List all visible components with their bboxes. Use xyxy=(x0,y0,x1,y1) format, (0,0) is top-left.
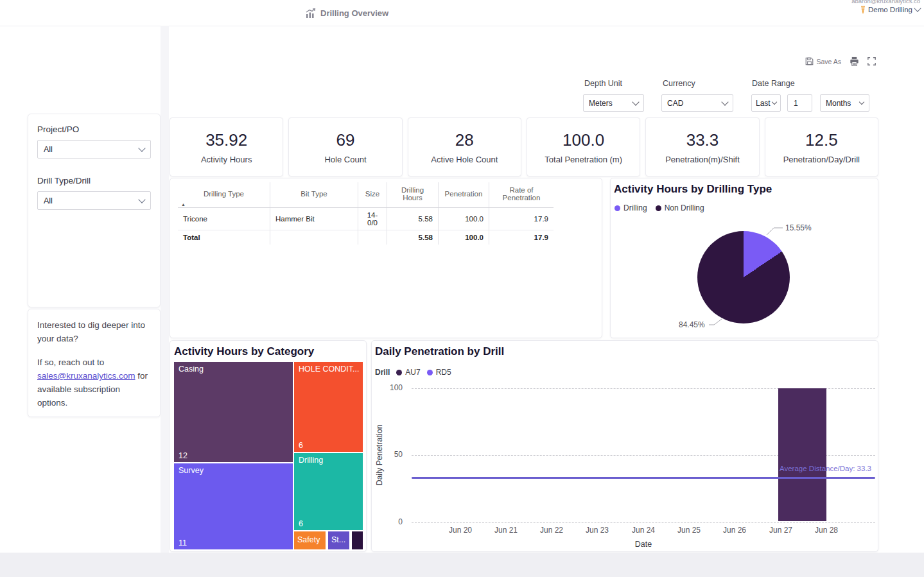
kpi-value: 35.92 xyxy=(205,130,247,150)
kpi-label: Penetration/Day/Drill xyxy=(783,155,860,164)
kpi-active-hole-count: 28 Active Hole Count xyxy=(408,117,521,177)
chevron-down-icon xyxy=(138,144,145,151)
treemap-title: Activity Hours by Category xyxy=(174,345,314,358)
drilling-summary-table: Drilling Type▲ Bit Type Size Drilling Ho… xyxy=(178,182,554,245)
kpi-row: 35.92 Activity Hours 69 Hole Count 28 Ac… xyxy=(170,117,878,177)
kpi-label: Hole Count xyxy=(324,155,366,164)
chevron-down-icon xyxy=(914,4,921,12)
daily-penetration-card: Daily Penetration by Drill Drill AU7 RD5… xyxy=(371,340,878,552)
bar-chart-icon xyxy=(306,8,316,18)
kpi-total-penetration: 100.0 Total Penetration (m) xyxy=(527,117,640,177)
chevron-down-icon xyxy=(138,196,145,203)
cell-size: 14-0/0 xyxy=(358,208,387,230)
table-header-row: Drilling Type▲ Bit Type Size Drilling Ho… xyxy=(178,182,554,208)
average-reference-line xyxy=(412,477,875,479)
chevron-down-icon xyxy=(772,99,777,104)
depth-unit-label: Depth Unit xyxy=(584,79,622,88)
bottom-gutter xyxy=(0,553,924,577)
cell-drilling-hours: 5.58 xyxy=(387,208,439,230)
x-tick: Jun 24 xyxy=(625,526,661,535)
activity-by-category-card: Activity Hours by Category Casing 12 HOL… xyxy=(170,340,367,552)
bar-au7-jun27[interactable] xyxy=(778,388,826,521)
treemap-block-st[interactable]: St... xyxy=(328,531,349,549)
drilling-overview-app: Drilling Overview abaron@kruxanalytics.c… xyxy=(0,0,924,577)
treemap-block-casing[interactable]: Casing 12 xyxy=(174,362,293,462)
drill-icon xyxy=(860,6,866,13)
page-title: Drilling Overview xyxy=(306,0,388,26)
activity-by-drilling-type-card: Activity Hours by Drilling Type Drilling… xyxy=(610,178,878,338)
save-as-button[interactable]: Save As xyxy=(805,57,841,65)
currency-dropdown[interactable]: CAD xyxy=(661,94,733,112)
treemap-block-survey[interactable]: Survey 11 xyxy=(174,463,293,549)
col-drilling-type[interactable]: Drilling Type▲ xyxy=(178,182,270,208)
average-line-label: Average Distance/Day: 33.3 xyxy=(780,465,871,472)
account-email: abaron@kruxanalytics.co xyxy=(851,0,920,4)
legend-item-au7[interactable]: AU7 xyxy=(396,368,420,377)
treemap-label: Drilling xyxy=(299,456,360,465)
x-tick: Jun 21 xyxy=(488,526,524,535)
cell-penetration: 100.0 xyxy=(439,208,489,230)
drill-type-value: All xyxy=(44,196,53,205)
kpi-penetration-day-drill: 12.5 Penetration/Day/Drill xyxy=(765,117,878,177)
total-drilling-hours: 5.58 xyxy=(387,230,439,245)
kpi-activity-hours: 35.92 Activity Hours xyxy=(170,117,283,177)
treemap-block-drilling[interactable]: Drilling 6 xyxy=(294,453,363,530)
promo-line1: Interested to dig deeper into your data? xyxy=(37,318,151,345)
treemap-label: Survey xyxy=(179,466,290,475)
date-range-label: Date Range xyxy=(752,79,795,88)
treemap-label: HOLE CONDIT... xyxy=(299,365,360,374)
date-range-unit-value: Months xyxy=(826,99,851,108)
total-label: Total xyxy=(178,230,270,245)
col-rate-of-penetration[interactable]: Rate of Penetration xyxy=(489,182,554,208)
x-tick: Jun 20 xyxy=(442,526,478,535)
kpi-label: Activity Hours xyxy=(201,155,252,164)
col-bit-type[interactable]: Bit Type xyxy=(270,182,358,208)
sort-asc-icon: ▲ xyxy=(181,202,186,207)
date-range-mode-dropdown[interactable]: Last xyxy=(751,94,781,112)
depth-unit-dropdown[interactable]: Meters xyxy=(583,94,644,112)
kpi-hole-count: 69 Hole Count xyxy=(288,117,402,177)
treemap-value: 11 xyxy=(179,538,187,547)
project-po-dropdown[interactable]: All xyxy=(37,140,151,159)
treemap-value: 6 xyxy=(299,519,303,528)
depth-unit-value: Meters xyxy=(589,99,613,108)
x-tick: Jun 25 xyxy=(671,526,707,535)
chevron-down-icon xyxy=(721,98,728,105)
treemap-label: Safety xyxy=(297,535,323,544)
treemap-block-safety[interactable]: Safety xyxy=(294,531,326,549)
col-penetration[interactable]: Penetration xyxy=(439,182,489,208)
table-total-row: Total 5.58 100.0 17.9 xyxy=(178,230,554,245)
total-penetration: 100.0 xyxy=(439,230,489,245)
fullscreen-button[interactable] xyxy=(867,57,876,65)
treemap-block-hole-conditioning[interactable]: HOLE CONDIT... 6 xyxy=(294,362,363,452)
currency-value: CAD xyxy=(667,99,683,108)
sales-email-link[interactable]: sales@kruxanalytics.com xyxy=(37,371,135,381)
top-header: Drilling Overview abaron@kruxanalytics.c… xyxy=(0,0,924,26)
page-title-label: Drilling Overview xyxy=(320,8,388,18)
x-tick: Jun 28 xyxy=(808,526,844,535)
x-tick: Jun 27 xyxy=(763,526,799,535)
bar-chart-title: Daily Penetration by Drill xyxy=(375,345,504,358)
date-range-count-input[interactable] xyxy=(787,94,812,112)
kpi-label: Total Penetration (m) xyxy=(545,155,622,164)
org-selector[interactable]: Demo Drilling xyxy=(860,6,920,13)
cell-bit-type: Hammer Bit xyxy=(270,208,358,230)
date-range-unit-dropdown[interactable]: Months xyxy=(820,94,869,112)
pie-label-non-drilling-pct: 84.45% xyxy=(679,320,705,329)
total-rate: 17.9 xyxy=(489,230,554,245)
chevron-down-icon xyxy=(632,98,639,105)
treemap-block-other[interactable] xyxy=(352,531,363,549)
chevron-down-icon xyxy=(859,99,864,104)
y-tick-100: 100 xyxy=(377,383,403,392)
print-button[interactable] xyxy=(850,56,859,66)
col-size[interactable]: Size xyxy=(358,182,387,208)
treemap: Casing 12 HOLE CONDIT... 6 Survey 11 Dri… xyxy=(174,362,363,549)
legend-dot xyxy=(427,370,433,375)
sidebar-filters-card: Project/PO All Drill Type/Drill All xyxy=(28,114,161,307)
legend-dot xyxy=(396,370,402,375)
col-drilling-hours[interactable]: Drilling Hours xyxy=(387,182,439,208)
drilling-summary-card: Drilling Type▲ Bit Type Size Drilling Ho… xyxy=(170,178,602,338)
legend-item-rd5[interactable]: RD5 xyxy=(427,368,451,377)
date-range-mode-value: Last xyxy=(756,99,771,108)
drill-type-dropdown[interactable]: All xyxy=(37,191,151,210)
